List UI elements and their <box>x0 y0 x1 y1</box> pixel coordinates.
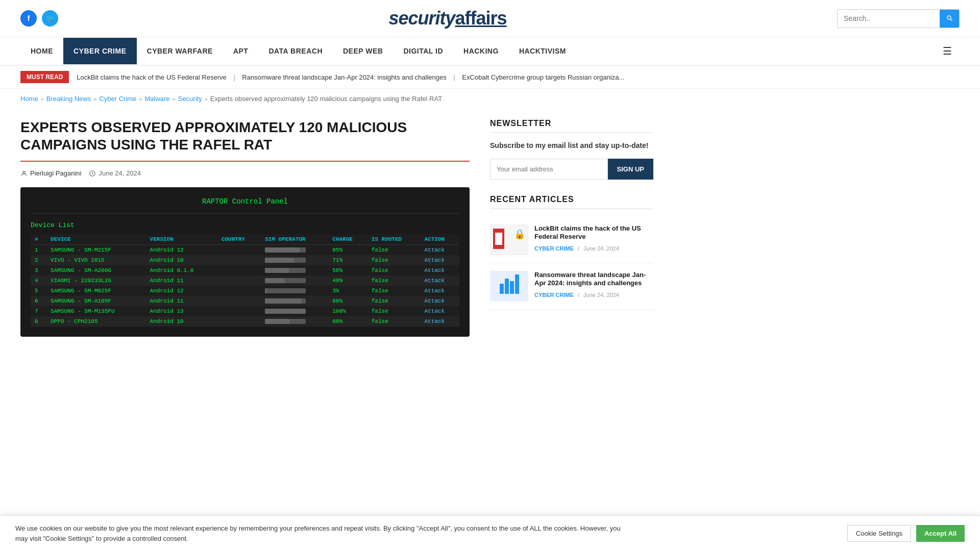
cell-charge: 49% <box>328 276 367 286</box>
date-icon <box>89 170 96 177</box>
cell-num: 7 <box>31 306 46 316</box>
recent-article-1-date: June 24, 2024 <box>583 245 619 252</box>
search-input[interactable] <box>838 10 940 27</box>
nav-hacktivism[interactable]: HACKTIVISM <box>509 38 576 64</box>
cell-country <box>217 296 261 306</box>
recent-article-1-thumb: 🔒 <box>490 224 528 255</box>
rat-panel-image: RAPTOR Control Panel Device List # DEVIC… <box>20 187 470 337</box>
cell-sim <box>261 255 328 265</box>
article-title: EXPERTS OBSERVED APPROXIMATELY 120 MALIC… <box>20 119 470 153</box>
table-row: 1 SAMSUNG - SM-M215F Android 12 85% fals… <box>31 245 459 256</box>
sidebar: NEWSLETTER Subscribe to my email list an… <box>490 119 653 337</box>
must-read-badge: MUST READ <box>20 71 69 83</box>
recent-article-2-title[interactable]: Ransomware threat landscape Jan-Apr 2024… <box>534 271 653 288</box>
cell-country <box>217 306 261 316</box>
cell-num: 1 <box>31 245 46 256</box>
cell-version: Android 12 <box>146 286 217 296</box>
cell-device: SAMSUNG - SM-A105F <box>46 296 146 306</box>
breadcrumb-arrow-3: » <box>139 96 142 102</box>
col-action: ACTION <box>420 234 459 245</box>
col-num: # <box>31 234 46 245</box>
ticker-item-3[interactable]: ExCobalt Cybercrime group targets Russia… <box>462 73 624 81</box>
cell-country <box>217 265 261 276</box>
cell-version: Android 11 <box>146 276 217 286</box>
cell-version: Android 13 <box>146 306 217 316</box>
cell-sim <box>261 276 328 286</box>
bar-1 <box>500 284 504 294</box>
email-input[interactable] <box>490 159 608 180</box>
cell-version: Android 8.1.0 <box>146 265 217 276</box>
search-bar <box>837 9 960 28</box>
facebook-icon[interactable]: f <box>20 10 37 27</box>
article-title-border <box>20 161 470 162</box>
cell-action: Attack <box>420 276 459 286</box>
cell-num: 6 <box>31 296 46 306</box>
cell-charge: 100% <box>328 306 367 316</box>
nav-hacking[interactable]: HACKING <box>453 38 509 64</box>
ticker-item-2[interactable]: Ransomware threat landscape Jan-Apr 2024… <box>242 73 446 81</box>
cell-device: SAMSUNG - SM-M215F <box>46 245 146 256</box>
site-logo[interactable]: securityaffairs <box>388 8 506 29</box>
nav-cyber-crime[interactable]: CYBER CRIME <box>63 38 137 64</box>
nav-data-breach[interactable]: DATA BREACH <box>258 38 333 64</box>
breadcrumb-malware[interactable]: Malware <box>144 95 169 103</box>
ticker-separator-1: | <box>233 73 235 81</box>
cell-rooted: false <box>368 316 421 327</box>
breadcrumb-home[interactable]: Home <box>20 95 38 103</box>
col-rooted: IS ROOTED <box>368 234 421 245</box>
cell-rooted: false <box>368 276 421 286</box>
col-device: DEVICE <box>46 234 146 245</box>
article-meta: Pierluigi Paganini June 24, 2024 <box>20 169 470 177</box>
nav-home[interactable]: HOME <box>20 38 63 64</box>
rat-panel-title: RAPTOR Control Panel <box>31 197 459 206</box>
cell-num: 8 <box>31 316 46 327</box>
hamburger-icon[interactable]: ☰ <box>935 37 960 65</box>
breadcrumb-breaking-news[interactable]: Breaking News <box>46 95 91 103</box>
cell-country <box>217 255 261 265</box>
recent-article-1-category[interactable]: CYBER CRIME <box>534 245 574 252</box>
nav-deep-web[interactable]: DEEP WEB <box>333 38 393 64</box>
main-layout: EXPERTS OBSERVED APPROXIMATELY 120 MALIC… <box>0 109 980 347</box>
breadcrumb-security[interactable]: Security <box>178 95 202 103</box>
recent-articles-title: RECENT ARTICLES <box>490 195 653 209</box>
main-article: EXPERTS OBSERVED APPROXIMATELY 120 MALIC… <box>20 119 470 337</box>
cell-charge: 60% <box>328 316 367 327</box>
cell-rooted: false <box>368 265 421 276</box>
ticker-separator-2: | <box>453 73 455 81</box>
recent-article-2-content: Ransomware threat landscape Jan-Apr 2024… <box>534 271 653 302</box>
cell-country <box>217 316 261 327</box>
table-row: 5 SAMSUNG - SM-M025F Android 12 3% false… <box>31 286 459 296</box>
cell-sim <box>261 265 328 276</box>
cell-device: VIVO - VIVO 2015 <box>46 255 146 265</box>
signup-button[interactable]: SIGN UP <box>608 159 653 180</box>
ticker-content: LockBit claims the hack of the US Federa… <box>77 73 624 81</box>
recent-article-1-title[interactable]: LockBit claims the hack of the US Federa… <box>534 224 653 242</box>
cell-action: Attack <box>420 245 459 256</box>
nav-digital-id[interactable]: DIGITAL ID <box>393 38 453 64</box>
recent-article-2-thumb <box>490 271 528 302</box>
cell-rooted: false <box>368 255 421 265</box>
main-nav: HOME CYBER CRIME CYBER WARFARE APT DATA … <box>0 37 980 66</box>
cell-action: Attack <box>420 255 459 265</box>
author-icon <box>20 170 28 177</box>
nav-cyber-warfare[interactable]: CYBER WARFARE <box>137 38 223 64</box>
cell-device: SAMSUNG - SM-M025F <box>46 286 146 296</box>
nav-apt[interactable]: APT <box>223 38 259 64</box>
cell-charge: 88% <box>328 296 367 306</box>
cell-version: Android 10 <box>146 255 217 265</box>
bar-2 <box>505 279 509 294</box>
ticker-item-1[interactable]: LockBit claims the hack of the US Federa… <box>77 73 226 81</box>
cell-rooted: false <box>368 245 421 256</box>
cell-charge: 85% <box>328 245 367 256</box>
article-date: June 24, 2024 <box>99 169 140 177</box>
breadcrumb-arrow-5: » <box>205 96 208 102</box>
twitter-icon[interactable]: 🐦 <box>42 10 58 27</box>
article-author[interactable]: Pierluigi Paganini <box>30 169 81 177</box>
recent-article-2-category[interactable]: CYBER CRIME <box>534 292 574 298</box>
newsletter-title: NEWSLETTER <box>490 119 653 133</box>
cell-sim <box>261 245 328 256</box>
news-ticker: MUST READ LockBit claims the hack of the… <box>0 66 980 89</box>
breadcrumb-cyber-crime[interactable]: Cyber Crime <box>99 95 136 103</box>
search-button[interactable] <box>940 10 959 28</box>
recent-article-1-meta: CYBER CRIME / June 24, 2024 <box>534 245 653 252</box>
